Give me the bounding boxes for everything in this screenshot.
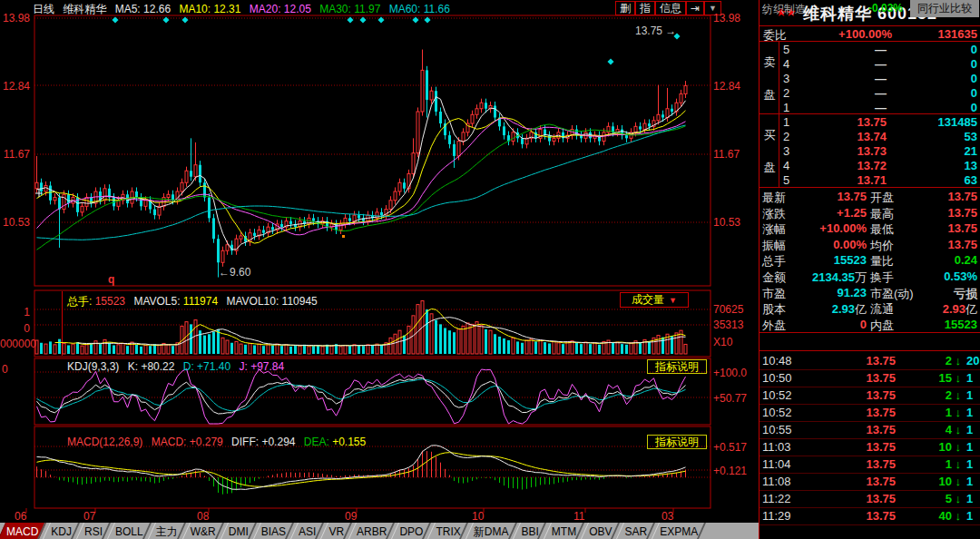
volume-bar xyxy=(85,345,88,354)
volume-bar xyxy=(203,336,206,354)
volume-bar xyxy=(244,345,247,354)
volume-bar xyxy=(580,344,583,354)
candle-body xyxy=(348,218,351,220)
tick-time: 11:04 xyxy=(762,456,791,473)
volume-bar xyxy=(58,339,61,354)
volume-bar xyxy=(589,344,592,354)
tab-EXPMA[interactable]: EXPMA xyxy=(653,523,704,539)
price-axis-label: 13.98 xyxy=(713,12,740,24)
tick-price: 13.75 xyxy=(841,438,896,456)
candle-body xyxy=(35,182,38,189)
detail-value: 2.93亿 xyxy=(796,301,867,318)
tab-ASI[interactable]: ASI xyxy=(292,523,322,539)
tab-BBI[interactable]: BBI xyxy=(514,523,544,539)
tab-ARBR[interactable]: ARBR xyxy=(350,523,393,539)
tab-MACD[interactable]: MACD xyxy=(0,523,44,539)
macd-help-button[interactable]: 指标说明 xyxy=(647,435,707,449)
volume-bar xyxy=(485,329,487,354)
volume-bar xyxy=(453,332,456,354)
tab-RSI[interactable]: RSI xyxy=(78,523,109,539)
tab-VR[interactable]: VR xyxy=(322,523,350,539)
tab-OBV[interactable]: OBV xyxy=(583,523,618,539)
kdj-axis-label: +100.0 xyxy=(713,367,747,379)
volume-bar xyxy=(435,320,437,354)
volume-bar xyxy=(249,343,251,354)
candle-body xyxy=(403,182,406,189)
volume-bar xyxy=(389,338,392,354)
indicator-button[interactable]: 指 xyxy=(635,1,655,15)
tab-DMI[interactable]: DMI xyxy=(222,523,255,539)
zongshou-value: 15523 xyxy=(95,295,125,308)
tab-MTM[interactable]: MTM xyxy=(545,523,583,539)
kdj-help-button[interactable]: 指标说明 xyxy=(647,359,707,374)
queue-label: 买 xyxy=(762,128,777,142)
volume-bar xyxy=(448,330,451,354)
volume-type-dropdown[interactable]: 成交量▼ xyxy=(620,292,689,308)
volume-bar xyxy=(144,345,147,354)
tab-W&R[interactable]: W&R xyxy=(184,523,222,539)
volume-bar xyxy=(598,345,601,354)
tick-row: 11:0313.7510 ↓1 xyxy=(760,438,980,456)
detail-value: 13.75 xyxy=(905,190,977,203)
tick-time: 11:03 xyxy=(762,438,791,456)
volume-bar xyxy=(362,346,365,354)
macd-title: MACD(12,26,9) xyxy=(67,436,142,448)
candle-body xyxy=(289,221,292,224)
tab-新DMA[interactable]: 新DMA xyxy=(467,523,515,539)
volume-bar xyxy=(571,341,573,354)
volume-bar xyxy=(117,345,120,354)
volume-bar xyxy=(253,345,256,354)
tick-lots: 40 ↓ xyxy=(905,507,961,524)
candle-body xyxy=(503,126,505,135)
tab-KDJ[interactable]: KDJ xyxy=(44,523,78,539)
volume-bar xyxy=(639,342,642,354)
volume-axis-label: 0 xyxy=(0,322,30,335)
detail-label: 最新 xyxy=(762,190,786,206)
level-volume: 0 xyxy=(971,72,977,85)
tick-count: 20 xyxy=(966,352,980,369)
volume-bar xyxy=(44,344,47,354)
tab-label: KDJ xyxy=(51,525,72,538)
volume-bar xyxy=(616,342,619,354)
candle-body xyxy=(63,194,65,209)
tab-label: BOLL xyxy=(115,525,143,538)
tab-BIAS[interactable]: BIAS xyxy=(255,523,292,539)
volume-bar xyxy=(230,343,233,354)
candle-body xyxy=(480,103,483,109)
detail-label: 市盈 xyxy=(762,286,786,302)
candle-body xyxy=(280,224,283,227)
tab-DPO[interactable]: DPO xyxy=(393,523,429,539)
tab-主力[interactable]: 主力 xyxy=(150,523,184,539)
tab-TRIX[interactable]: TRIX xyxy=(429,523,466,539)
chevron-down-icon: ▼ xyxy=(669,296,677,305)
arrow-to-bar-icon[interactable]: ⇥ xyxy=(686,1,704,15)
volume-bar xyxy=(475,322,478,354)
volume-bar xyxy=(371,345,374,354)
tab-SAR[interactable]: SAR xyxy=(618,523,653,539)
tick-lots: 4 ↓ xyxy=(905,421,961,438)
info-button[interactable]: 信息 xyxy=(655,1,686,15)
detail-label: 均价 xyxy=(870,238,894,254)
candle-body xyxy=(462,132,465,142)
volume-bar xyxy=(498,337,501,354)
ma30-value: MA30: 11.97 xyxy=(319,3,380,15)
chart-canvas[interactable] xyxy=(0,0,759,539)
tick-row: 10:5213.752 ↓1 xyxy=(760,387,980,405)
volume-bar xyxy=(76,342,79,354)
tick-time: 10:52 xyxy=(762,404,792,421)
ma-line xyxy=(37,118,686,235)
delete-button[interactable]: 删 xyxy=(615,1,635,15)
volume-bar xyxy=(503,338,505,354)
tab-BOLL[interactable]: BOLL xyxy=(109,523,150,539)
volume-bar xyxy=(625,345,628,354)
volume-bar xyxy=(516,341,519,354)
volume-bar xyxy=(103,339,106,354)
kdj-k-value: +80.22 xyxy=(141,360,174,373)
tab-label: ARBR xyxy=(357,525,387,538)
detail-label: 流通 xyxy=(870,301,894,318)
tab-label: DMI xyxy=(229,525,249,538)
industry-compare-button[interactable]: 同行业比较 xyxy=(910,0,979,17)
volume-bar xyxy=(339,347,342,354)
mavol10-line xyxy=(78,318,686,346)
volume-bar xyxy=(289,347,292,354)
